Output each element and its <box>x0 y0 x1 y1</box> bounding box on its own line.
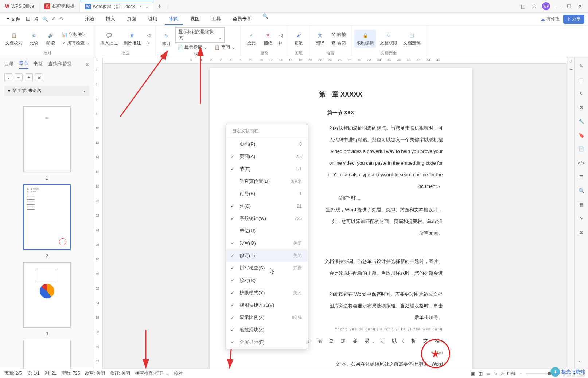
search-icon[interactable]: 🔍 <box>262 13 268 25</box>
context-item-13[interactable]: ✓视图快捷方式(V) <box>226 299 308 311</box>
file-icon[interactable]: 📄 <box>578 145 585 153</box>
context-item-5[interactable]: ✓列(C)21 <box>226 200 308 212</box>
context-item-10[interactable]: ✓拼写检查(S)开启 <box>226 262 308 274</box>
reject-button[interactable]: ✕拒绝 <box>260 30 276 48</box>
select-icon[interactable]: ⬚ <box>578 76 585 83</box>
nav-tab-toc[interactable]: 目录 <box>4 60 14 68</box>
panel-close-icon[interactable]: ✕ <box>85 62 89 67</box>
menu-tab-page[interactable]: 页面 <box>122 13 141 25</box>
status-column[interactable]: 列: 21 <box>45 370 57 377</box>
view-mode-icon[interactable]: ▭ <box>486 371 490 376</box>
menu-tab-start[interactable]: 开始 <box>80 13 98 25</box>
doc-finalize-button[interactable]: 📑文档定稿 <box>401 30 423 48</box>
window-layout-icon[interactable]: ◫ <box>520 3 526 9</box>
tab-more-icon[interactable]: ⌄ <box>145 4 149 9</box>
next-comment-button[interactable]: ▷ <box>145 39 152 46</box>
preview-icon[interactable]: 🔍 <box>42 16 48 22</box>
tab-document[interactable]: W word教程（新）.docx • ⌄ <box>80 1 154 12</box>
nav-tab-sections[interactable]: 章节 <box>19 60 28 69</box>
file-menu-button[interactable]: ≡ 文件 <box>4 15 23 24</box>
settings-icon[interactable]: ⚙ <box>578 104 585 111</box>
save-icon[interactable]: 🖫 <box>26 16 30 22</box>
context-item-9[interactable]: ✓修订(T)关闭 <box>226 249 308 262</box>
view-mode-icon[interactable]: ▣ <box>471 371 475 376</box>
panel-tool-plus[interactable]: + <box>25 73 33 81</box>
to-traditional-button[interactable]: 简转繁 <box>329 31 348 39</box>
accept-button[interactable]: ✓接受 <box>244 30 259 48</box>
status-spellcheck[interactable]: 拼写检查: 打开 ⌄ <box>135 370 169 377</box>
prev-change-button[interactable]: ◁ <box>277 32 285 39</box>
doc-proof-button[interactable]: 📋文档校对 <box>3 30 25 48</box>
tab-wps-home[interactable]: W WPS Office <box>0 1 39 12</box>
status-overwrite[interactable]: 改写: 关闭 <box>85 370 105 377</box>
close-window-icon[interactable]: ✕ <box>577 3 583 9</box>
show-markup-button[interactable]: 📄显示标记⌄ <box>175 43 209 51</box>
zoom-out-icon[interactable]: − <box>569 66 572 72</box>
doc-permissions-button[interactable]: 🛡文档权限 <box>378 30 400 48</box>
panel-tool-split[interactable]: ⊟ <box>35 73 43 81</box>
context-item-14[interactable]: ✓显示比例(Z)90 % <box>226 311 308 324</box>
display-mode-dropdown[interactable]: 显示标记的最终状态 <box>175 27 225 43</box>
status-page[interactable]: 页面: 2/5 <box>4 370 22 377</box>
menu-tab-member[interactable]: 会员专享 <box>228 13 256 25</box>
compare-button[interactable]: ⧉比较 <box>26 30 42 48</box>
tab-add-button[interactable]: + <box>154 3 165 9</box>
context-item-11[interactable]: ✓校对(R) <box>226 274 308 287</box>
context-item-6[interactable]: ✓字数统计(W)725 <box>226 212 308 225</box>
bookmark-icon[interactable]: 🔖 <box>578 131 585 139</box>
context-item-16[interactable]: ✓全屏显示(F) <box>226 336 308 349</box>
tab-templates[interactable]: 找 找稻壳模板 <box>39 1 80 12</box>
delete-comment-button[interactable]: 🗑删除批注 <box>121 30 143 48</box>
scroll-top-icon[interactable]: ⤴ <box>570 59 572 63</box>
status-proof[interactable]: 校对 <box>174 370 183 377</box>
context-item-15[interactable]: ✓缩放滑块(Z) <box>226 324 308 336</box>
context-item-7[interactable]: 单位(U) <box>226 225 308 237</box>
more-icon[interactable]: ⋯ <box>578 358 585 365</box>
panel-tool-down[interactable]: ⌄ <box>4 73 12 81</box>
cursor-icon[interactable]: ↖ <box>578 90 585 97</box>
close-icon[interactable]: ⊠ <box>578 228 585 236</box>
apps-icon[interactable]: ▦ <box>578 201 585 208</box>
word-count-button[interactable]: 📊字数统计 <box>60 31 92 39</box>
menu-tab-reference[interactable]: 引用 <box>144 13 162 25</box>
context-item-8[interactable]: ✓改写(O)关闭 <box>226 237 308 249</box>
context-item-4[interactable]: 行号(B)1 <box>226 188 308 200</box>
next-change-button[interactable]: ▷ <box>277 39 285 46</box>
nav-tab-bookmarks[interactable]: 书签 <box>34 60 43 68</box>
vertical-ruler[interactable]: L 24681012141618202224262830323436384042 <box>94 57 103 369</box>
zoom-out-button[interactable]: − <box>519 371 522 376</box>
restrict-edit-button[interactable]: 🔒限制编辑 <box>354 30 376 48</box>
read-aloud-button[interactable]: 🔊朗读 <box>43 30 58 48</box>
context-item-0[interactable]: 页码(P)0 <box>226 138 308 150</box>
spell-check-button[interactable]: ✓拼写检查⌄ <box>60 39 92 47</box>
panel-tool-minus[interactable]: − <box>15 73 23 81</box>
menu-tab-tools[interactable]: 工具 <box>207 13 225 25</box>
context-item-1[interactable]: ✓页面(A)2/5 <box>226 150 308 163</box>
view-mode-icon[interactable]: ◫ <box>479 371 483 376</box>
insert-comment-button[interactable]: 💬插入批注 <box>98 30 120 48</box>
print-icon[interactable]: 🖨 <box>34 16 39 22</box>
export-icon[interactable]: ⇲ <box>578 214 585 222</box>
list-icon[interactable]: ☰ <box>578 173 585 180</box>
status-section[interactable]: 节: 1/1 <box>27 370 39 377</box>
share-button[interactable]: ⇪分享 <box>563 15 584 24</box>
translate-button[interactable]: 文翻译 <box>312 30 328 48</box>
zoom-icon[interactable]: 🔍 <box>578 187 585 194</box>
tab-close-icon[interactable]: • <box>140 4 141 9</box>
track-changes-button[interactable]: ✎修订 <box>159 30 174 48</box>
review-pane-button[interactable]: 📋审阅⌄ <box>212 43 237 51</box>
cube-icon[interactable]: ⬡ <box>531 3 537 9</box>
section-header[interactable]: ▾第 1 节: 未命名⌄ <box>4 86 89 96</box>
page-thumbnail[interactable] <box>23 340 71 369</box>
context-item-3[interactable]: 垂直页位置(D)0厘米 <box>226 175 308 188</box>
page-thumbnail[interactable] <box>23 262 71 328</box>
document-scroll[interactable]: 第一章 XXXXX 第一节 XXX 的方法帮助您证明您的观点。当您单击联机视频时… <box>103 57 568 369</box>
minimize-icon[interactable]: — <box>555 3 561 9</box>
thumbnail-list[interactable]: 目录 1 第一章 XXXXX第一节 XXX━━━━━━━━━━━━━━━━━━━… <box>0 99 94 369</box>
zoom-value[interactable]: 90% <box>507 371 516 376</box>
user-avatar[interactable]: WP <box>542 2 550 10</box>
prev-comment-button[interactable]: ◁ <box>145 32 152 39</box>
nav-tab-find[interactable]: 查找和替换 <box>48 60 72 68</box>
to-simplified-button[interactable]: 繁转简 <box>329 39 348 47</box>
menu-tab-review[interactable]: 审阅 <box>165 13 183 25</box>
